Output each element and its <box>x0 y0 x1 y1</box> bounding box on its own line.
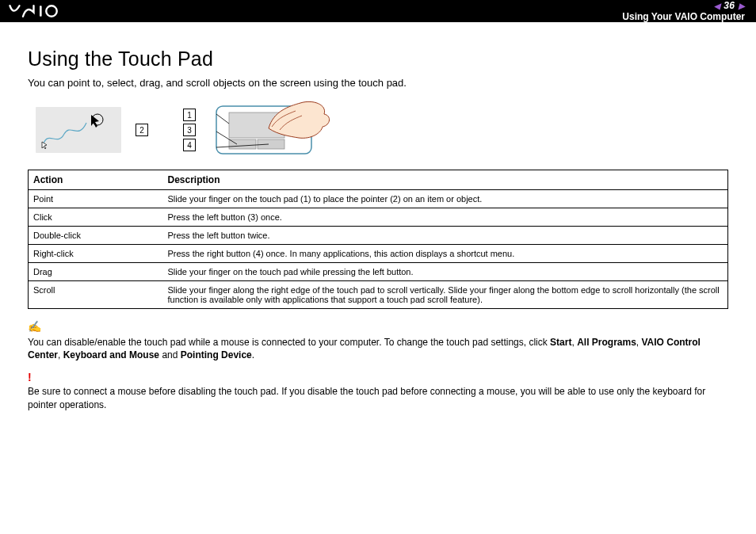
table-row: Point Slide your finger on the touch pad… <box>29 190 728 208</box>
b-allprograms: All Programs <box>577 337 636 348</box>
page-number-value: 36 <box>720 0 738 11</box>
vaio-logo-svg <box>8 4 81 18</box>
intro-text: You can point to, select, drag, and scro… <box>28 77 728 89</box>
touchpad-illustration <box>213 100 332 160</box>
th-action: Action <box>29 170 163 190</box>
illustration-row: 2 1 3 4 <box>28 100 728 160</box>
callout-4: 4 <box>183 139 196 151</box>
note-icon: ✍ <box>28 320 41 333</box>
cell-action: Click <box>29 208 163 227</box>
pointer-trail-svg <box>36 107 121 153</box>
page-title: Using the Touch Pad <box>28 48 728 71</box>
b-pointing: Pointing Device <box>181 349 252 360</box>
table-row: Click Press the left button (3) once. <box>29 208 728 227</box>
callout-stack: 1 3 4 <box>183 109 196 151</box>
table-row: Double-click Press the left button twice… <box>29 227 728 245</box>
cell-action: Drag <box>29 263 163 281</box>
note-prefix: You can disable/enable the touch pad whi… <box>28 337 550 348</box>
page-number[interactable]: ◀ 36 ▶ <box>714 0 745 11</box>
b-kbmouse: Keyboard and Mouse <box>63 349 159 360</box>
svg-rect-6 <box>258 139 284 149</box>
svg-rect-5 <box>229 139 256 149</box>
pointer-illustration <box>36 107 121 153</box>
callout-2: 2 <box>136 124 148 136</box>
cell-action: Scroll <box>29 281 163 309</box>
next-page-icon[interactable]: ▶ <box>739 2 746 10</box>
cell-desc: Press the right button (4) once. In many… <box>163 245 728 263</box>
vaio-logo <box>8 4 81 18</box>
touchpad-hand-svg <box>213 100 332 160</box>
callout-3: 3 <box>183 124 196 136</box>
table-row: Right-click Press the right button (4) o… <box>29 245 728 263</box>
warning-text: Be sure to connect a mouse before disabl… <box>28 385 728 410</box>
cell-action: Point <box>29 190 163 208</box>
header-right: ◀ 36 ▶ Using Your VAIO Computer <box>622 0 745 22</box>
cell-desc: Slide your finger along the right edge o… <box>163 281 728 309</box>
table-header-row: Action Description <box>29 170 728 190</box>
svg-rect-0 <box>40 6 42 17</box>
cell-desc: Press the left button twice. <box>163 227 728 245</box>
table-row: Scroll Slide your finger along the right… <box>29 281 728 309</box>
svg-line-7 <box>216 114 229 124</box>
cell-action: Double-click <box>29 227 163 245</box>
actions-table: Action Description Point Slide your fing… <box>28 170 728 309</box>
b-start: Start <box>550 337 571 348</box>
svg-point-1 <box>46 6 57 17</box>
section-title: Using Your VAIO Computer <box>622 11 745 22</box>
cell-desc: Press the left button (3) once. <box>163 208 728 227</box>
cell-desc: Slide your finger on the touch pad (1) t… <box>163 190 728 208</box>
callout-1: 1 <box>183 109 196 121</box>
page-content: Using the Touch Pad You can point to, se… <box>0 22 756 437</box>
warning-icon: ! <box>28 371 728 383</box>
cell-action: Right-click <box>29 245 163 263</box>
th-description: Description <box>163 170 728 190</box>
note-text: You can disable/enable the touch pad whi… <box>28 336 728 361</box>
prev-page-icon[interactable]: ◀ <box>714 2 721 10</box>
cell-desc: Slide your finger on the touch pad while… <box>163 263 728 281</box>
header-bar: ◀ 36 ▶ Using Your VAIO Computer <box>0 0 756 22</box>
table-row: Drag Slide your finger on the touch pad … <box>29 263 728 281</box>
